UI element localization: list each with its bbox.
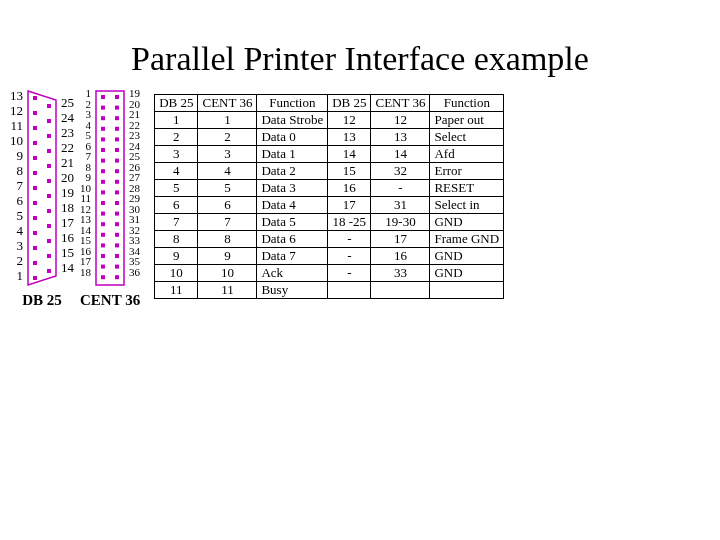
svg-rect-46 — [115, 106, 119, 110]
table-cell: 11 — [155, 282, 198, 299]
table-cell: 7 — [155, 214, 198, 231]
table-header: CENT 36 — [198, 95, 257, 112]
svg-rect-53 — [115, 180, 119, 184]
table-cell: Data 6 — [257, 231, 328, 248]
table-cell: Data Strobe — [257, 112, 328, 129]
pin-number: 29 — [129, 193, 140, 204]
table-cell: 19-30 — [371, 214, 430, 231]
svg-rect-41 — [101, 243, 105, 247]
svg-rect-61 — [115, 265, 119, 269]
table-cell: Frame GND — [430, 231, 504, 248]
svg-rect-2 — [33, 111, 37, 115]
svg-rect-27 — [101, 95, 105, 99]
table-header: Function — [430, 95, 504, 112]
table-cell: 14 — [371, 146, 430, 163]
pin-number: 10 — [10, 133, 23, 148]
pin-number: 25 — [61, 95, 74, 110]
pin-number: 19 — [129, 88, 140, 99]
table-cell: Data 3 — [257, 180, 328, 197]
table-cell: 5 — [155, 180, 198, 197]
table-cell: 3 — [155, 146, 198, 163]
pin-number: 5 — [10, 208, 23, 223]
table-header: Function — [257, 95, 328, 112]
pin-number: 13 — [10, 88, 23, 103]
table-cell: 17 — [371, 231, 430, 248]
pin-number: 4 — [10, 223, 23, 238]
db25-connector: 13121110987654321 2524232221201918171615… — [10, 88, 74, 288]
pin-number: 9 — [10, 148, 23, 163]
cent36-shape-icon — [93, 88, 127, 288]
svg-rect-62 — [115, 275, 119, 279]
table-cell: Paper out — [430, 112, 504, 129]
page-title: Parallel Printer Interface example — [0, 0, 720, 88]
svg-rect-9 — [33, 216, 37, 220]
cent36-connector: 123456789101112131415161718 192021222324… — [80, 88, 140, 288]
svg-rect-24 — [47, 254, 51, 258]
table-cell: 10 — [155, 265, 198, 282]
cent36-right-pins: 192021222324252627282930313233343536 — [127, 88, 140, 277]
svg-rect-48 — [115, 127, 119, 131]
pin-number: 24 — [61, 110, 74, 125]
svg-rect-13 — [33, 276, 37, 280]
svg-rect-17 — [47, 149, 51, 153]
svg-rect-55 — [115, 201, 119, 205]
table-cell — [371, 282, 430, 299]
pin-function-table: DB 25CENT 36FunctionDB 25CENT 36Function… — [154, 94, 504, 299]
db25-label: DB 25 — [22, 292, 62, 309]
table-cell: Busy — [257, 282, 328, 299]
svg-rect-28 — [101, 106, 105, 110]
pin-number: 20 — [61, 170, 74, 185]
table-cell: 9 — [198, 248, 257, 265]
svg-rect-7 — [33, 186, 37, 190]
svg-rect-34 — [101, 169, 105, 173]
pin-number: 11 — [80, 193, 91, 204]
svg-rect-38 — [101, 212, 105, 216]
svg-rect-31 — [101, 137, 105, 141]
table-cell: 11 — [198, 282, 257, 299]
content-row: 13121110987654321 2524232221201918171615… — [0, 88, 720, 309]
svg-rect-23 — [47, 239, 51, 243]
pin-number: 14 — [61, 260, 74, 275]
table-cell: Data 1 — [257, 146, 328, 163]
table-row: 77Data 518 -2519-30GND — [155, 214, 504, 231]
pin-number: 18 — [80, 267, 91, 278]
table-row: 55Data 316-RESET — [155, 180, 504, 197]
svg-rect-16 — [47, 134, 51, 138]
table-cell: 2 — [198, 129, 257, 146]
table-cell: 9 — [155, 248, 198, 265]
pin-number: 31 — [129, 214, 140, 225]
table-cell — [328, 282, 371, 299]
table-cell: 7 — [198, 214, 257, 231]
pin-number: 11 — [10, 118, 23, 133]
svg-rect-51 — [115, 159, 119, 163]
table-cell: 15 — [328, 163, 371, 180]
svg-rect-18 — [47, 164, 51, 168]
svg-rect-32 — [101, 148, 105, 152]
table-cell: 6 — [155, 197, 198, 214]
table-cell: 4 — [198, 163, 257, 180]
table-cell: Data 7 — [257, 248, 328, 265]
pin-number: 2 — [10, 253, 23, 268]
pin-number: 3 — [10, 238, 23, 253]
table-cell: 10 — [198, 265, 257, 282]
svg-rect-22 — [47, 224, 51, 228]
db25-shape-icon — [25, 88, 59, 288]
svg-marker-26 — [96, 91, 124, 285]
table-row: 66Data 41731Select in — [155, 197, 504, 214]
table-cell: 12 — [328, 112, 371, 129]
cent36-left-pins: 123456789101112131415161718 — [80, 88, 93, 277]
pin-number: 15 — [80, 235, 91, 246]
svg-rect-15 — [47, 119, 51, 123]
svg-rect-58 — [115, 233, 119, 237]
table-cell: Data 0 — [257, 129, 328, 146]
svg-rect-3 — [33, 126, 37, 130]
svg-rect-10 — [33, 231, 37, 235]
table-cell: 2 — [155, 129, 198, 146]
svg-rect-29 — [101, 116, 105, 120]
table-cell: Data 5 — [257, 214, 328, 231]
svg-rect-33 — [101, 159, 105, 163]
svg-rect-59 — [115, 243, 119, 247]
table-cell: Data 4 — [257, 197, 328, 214]
svg-rect-56 — [115, 212, 119, 216]
pin-number: 7 — [80, 151, 91, 162]
